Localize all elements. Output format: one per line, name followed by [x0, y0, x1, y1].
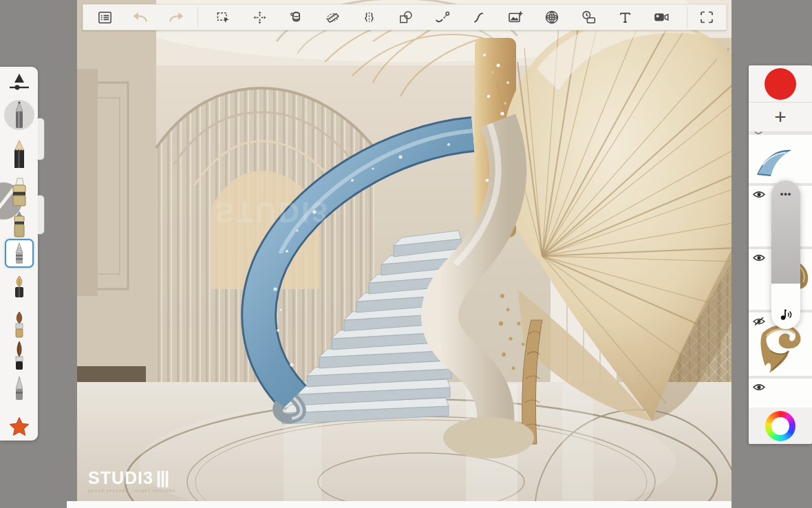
chisel-marker-icon	[8, 177, 30, 207]
layer-3-visibility-eye-icon[interactable]	[753, 253, 765, 262]
brush-round[interactable]	[0, 310, 38, 339]
canvas-blank-edge	[67, 501, 731, 508]
add-layer-button[interactable]: +	[749, 103, 812, 132]
drawing-canvas[interactable]: STUDI3 STUDI3 ||| ДЕЛАЙ КРАСИВО - БУДЕТ …	[77, 0, 731, 501]
brush-settings-icon	[6, 72, 33, 93]
active-color-swatch[interactable]	[765, 68, 796, 100]
transform-tool-button[interactable]	[251, 8, 269, 26]
layer-thumbnail-blue-ribbon	[749, 135, 812, 183]
shapes-icon	[398, 10, 414, 25]
brush-panel-flap-bottom[interactable]	[37, 195, 45, 235]
undo-icon	[131, 8, 149, 26]
watermark-tagline: ДЕЛАЙ КРАСИВО - БУДЕТ КРАСИВО	[88, 489, 175, 493]
brush-palette	[0, 67, 38, 441]
redo-icon	[167, 8, 185, 26]
volume-more-dots-icon[interactable]: •••	[771, 189, 800, 199]
time-lapse-icon	[580, 9, 597, 26]
brush-pencil[interactable]	[0, 140, 38, 169]
artwork-interior-render: STUDI3	[77, 0, 731, 501]
brush-fountain-pen[interactable]	[0, 275, 38, 304]
top-toolbar	[83, 4, 727, 30]
active-color-section	[749, 65, 812, 103]
fullscreen-button[interactable]	[698, 8, 716, 26]
selection-tool-button[interactable]	[215, 8, 233, 26]
transform-icon	[252, 10, 268, 25]
pointed-brush-icon	[10, 341, 28, 371]
volume-slider-overlay[interactable]: •••	[771, 180, 800, 329]
camera-record-button[interactable]	[652, 8, 670, 26]
watermark-bars: |||	[156, 468, 169, 488]
app-root: { "app": { "background_color": "#8a8886"…	[0, 0, 812, 508]
import-image-button[interactable]	[506, 8, 524, 26]
toolbar-history-group	[83, 5, 197, 30]
fill-tool-button[interactable]	[288, 8, 306, 26]
layer-4-visibility-eye-off-icon[interactable]	[753, 317, 765, 326]
redo-button[interactable]	[167, 8, 185, 26]
time-lapse-button[interactable]	[579, 8, 597, 26]
menu-icon	[97, 10, 113, 25]
symmetry-tool-button[interactable]	[361, 8, 378, 26]
brush-chisel-marker[interactable]	[0, 177, 38, 207]
layer-5-visibility-eye-icon[interactable]	[753, 383, 765, 392]
color-wheel-button[interactable]	[765, 411, 795, 441]
color-wheel-section	[749, 408, 812, 444]
predictive-stroke-button[interactable]	[434, 8, 451, 26]
guides-ruler-icon	[325, 10, 341, 25]
fountain-pen-icon	[10, 275, 28, 304]
brush-settings-button[interactable]	[0, 72, 38, 93]
import-image-icon	[507, 9, 524, 25]
brush-technical-pen-selected[interactable]	[5, 239, 34, 268]
camera-icon	[652, 8, 670, 26]
layer-row-5[interactable]	[749, 379, 812, 409]
perspective-button[interactable]	[543, 8, 561, 26]
active-brush-circle	[4, 100, 34, 130]
stroke-icon	[471, 10, 487, 25]
text-icon	[617, 10, 633, 25]
pencil-icon	[10, 140, 29, 169]
watermark: STUDI3 ||| ДЕЛАЙ КРАСИВО - БУДЕТ КРАСИВО	[88, 468, 175, 493]
text-tool-button[interactable]	[616, 8, 634, 26]
brush-panel-flap-top[interactable]	[37, 118, 45, 160]
brush-airbrush[interactable]	[0, 375, 38, 401]
technical-pen-icon	[10, 242, 28, 265]
symmetry-icon	[361, 10, 377, 25]
favorites-star-icon	[8, 416, 30, 437]
predictive-stroke-icon	[434, 9, 451, 26]
perspective-icon	[544, 9, 560, 25]
toolbar-tools-group	[198, 5, 687, 30]
shapes-tool-button[interactable]	[397, 8, 415, 26]
ballpoint-pen-icon	[10, 100, 28, 130]
fill-icon	[288, 10, 304, 25]
marker-icon	[9, 210, 30, 237]
watermark-logo: STUDI3	[88, 468, 153, 488]
menu-button[interactable]	[96, 8, 114, 26]
airbrush-icon	[10, 375, 28, 401]
layer-row-1[interactable]	[749, 135, 812, 183]
music-note-icon	[771, 307, 800, 322]
undo-button[interactable]	[131, 8, 149, 26]
layer-scroll-hint-icon	[754, 131, 762, 136]
fullscreen-icon	[698, 9, 715, 25]
layer-2-visibility-eye-icon[interactable]	[753, 190, 765, 199]
guides-tool-button[interactable]	[324, 8, 342, 26]
round-brush-icon	[10, 310, 28, 339]
stroke-tool-button[interactable]	[470, 8, 488, 26]
selection-icon	[215, 10, 231, 25]
brush-marker[interactable]	[0, 210, 38, 237]
brush-ballpoint-pen[interactable]	[0, 100, 38, 130]
favorites-star-button[interactable]	[0, 416, 38, 437]
brush-pointed[interactable]	[0, 341, 38, 371]
